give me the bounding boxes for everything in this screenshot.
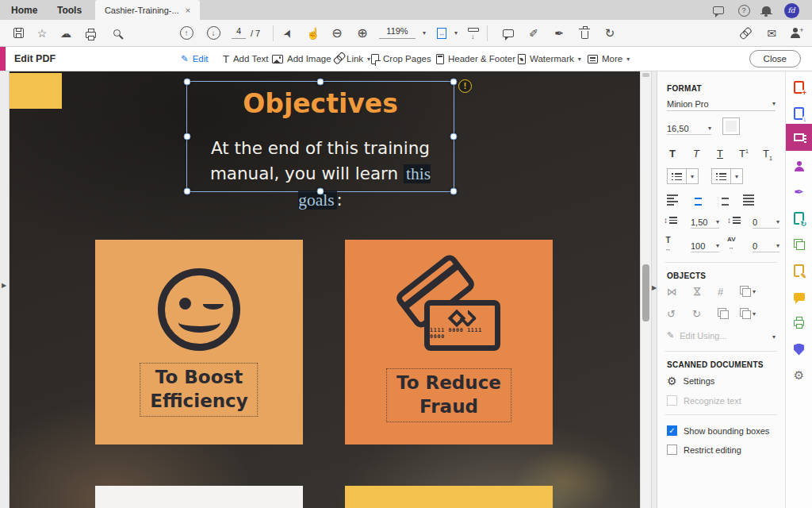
help-icon[interactable]: ?: [736, 2, 752, 18]
page-fit-caret[interactable]: ▾: [447, 25, 465, 42]
more-button[interactable]: More▾: [588, 47, 630, 71]
paragraph-spacing-select[interactable]: 0▾: [753, 216, 779, 229]
resize-handle-s[interactable]: [317, 188, 324, 195]
print-icon[interactable]: [82, 25, 99, 42]
save-icon[interactable]: [10, 25, 27, 42]
card-reduce-fraud[interactable]: 1111 0000 1111 0000 To Reduce Fraud: [345, 240, 553, 444]
show-bounding-boxes-checkbox[interactable]: ✓Show bounding boxes: [667, 425, 769, 436]
font-color-swatch[interactable]: [722, 117, 740, 135]
bold-button[interactable]: T: [664, 148, 681, 160]
fill-and-sign-icon[interactable]: ✒: [791, 184, 807, 200]
notifications-bell-icon[interactable]: [758, 2, 774, 18]
line-spacing-select[interactable]: 1,50▾: [691, 216, 719, 229]
share-link-icon[interactable]: [736, 25, 753, 42]
justify-button[interactable]: [743, 194, 754, 206]
add-text-button[interactable]: TAdd Text: [223, 47, 269, 71]
kerning-select[interactable]: 0▾: [753, 240, 779, 252]
restrict-editing-checkbox[interactable]: Restrict editing: [667, 444, 741, 455]
scan-and-ocr-icon[interactable]: [791, 315, 807, 331]
align-left-button[interactable]: [667, 194, 678, 206]
resize-handle-se[interactable]: [450, 188, 458, 195]
page-number-input[interactable]: 4: [232, 26, 246, 39]
card-boost-efficiency[interactable]: To Boost Efficiency: [95, 240, 303, 444]
underline-button[interactable]: T: [711, 148, 729, 160]
protect-pdf-icon[interactable]: [791, 341, 807, 357]
highlight-icon[interactable]: ✐: [525, 25, 542, 42]
link-button[interactable]: Link▾: [333, 47, 370, 71]
feedback-icon[interactable]: [710, 2, 726, 18]
hand-tool-icon[interactable]: ☝: [304, 25, 322, 42]
align-right-button[interactable]: [718, 194, 729, 206]
card-fraud-label[interactable]: To Reduce Fraud: [386, 368, 511, 422]
edit-tool-button[interactable]: ✎Edit: [181, 47, 208, 71]
tab-document[interactable]: Cashier-Training-... ×: [95, 0, 200, 20]
resize-handle-e[interactable]: [450, 133, 458, 140]
bullet-list-caret[interactable]: ▾: [686, 169, 698, 183]
selected-text-box[interactable]: Objectives At the end of this training m…: [186, 81, 454, 192]
watermark-button[interactable]: Watermark▾: [518, 47, 581, 71]
document-page[interactable]: Objectives At the end of this training m…: [10, 71, 640, 508]
resize-handle-ne[interactable]: [450, 79, 458, 86]
request-esignatures-icon[interactable]: [791, 158, 807, 174]
tab-close-icon[interactable]: ×: [186, 6, 190, 15]
numbered-list-button[interactable]: [712, 169, 730, 183]
scroll-mode-icon[interactable]: [465, 25, 482, 42]
font-size-select[interactable]: 16,50 ▾: [667, 122, 711, 135]
expand-left-panel-icon[interactable]: ▶: [2, 282, 6, 289]
refresh-icon[interactable]: ↻: [601, 25, 619, 42]
card-boost-label[interactable]: To Boost Efficiency: [140, 363, 258, 417]
edit-pdf-tool-icon[interactable]: [791, 129, 807, 145]
zoom-level-input[interactable]: 119%: [379, 26, 416, 39]
scrollbar-thumb[interactable]: [642, 264, 649, 321]
crop-pages-button[interactable]: Crop Pages: [371, 47, 431, 71]
header-footer-button[interactable]: Header & Footer▾: [436, 47, 523, 71]
add-image-button[interactable]: Add Image: [272, 47, 331, 71]
numbered-list-caret[interactable]: ▾: [730, 169, 742, 183]
superscript-button[interactable]: T1: [735, 148, 753, 160]
account-avatar[interactable]: fd: [783, 2, 799, 18]
create-pdf-icon[interactable]: +: [791, 79, 807, 95]
italic-button[interactable]: T: [688, 148, 705, 160]
previous-page-icon[interactable]: ↑: [178, 25, 195, 42]
card-partial-yellow[interactable]: [345, 486, 553, 508]
resize-handle-n[interactable]: [317, 79, 324, 86]
search-icon[interactable]: [108, 25, 125, 42]
tab-tools[interactable]: Tools: [49, 0, 90, 20]
next-page-icon[interactable]: ↓: [205, 25, 222, 42]
zoom-out-icon[interactable]: ⊖: [328, 25, 346, 42]
delete-icon[interactable]: [576, 25, 593, 42]
resize-handle-sw[interactable]: [184, 188, 191, 195]
export-pdf-icon[interactable]: ↓: [791, 106, 807, 121]
bullet-list-button[interactable]: [668, 169, 686, 183]
comment-tool-icon[interactable]: [791, 289, 807, 305]
align-center-button[interactable]: [692, 194, 703, 206]
document-scrollbar[interactable]: [640, 71, 651, 508]
zoom-dropdown-caret[interactable]: ▾: [416, 25, 433, 42]
font-warning-icon[interactable]: !: [458, 79, 472, 93]
star-favorites-icon[interactable]: ☆: [33, 25, 51, 42]
sign-pen-icon[interactable]: ✒: [550, 25, 568, 42]
cloud-upload-icon[interactable]: ☁↑: [57, 25, 75, 42]
tab-home[interactable]: Home: [3, 0, 45, 20]
recognize-text-checkbox[interactable]: Recognize text: [667, 395, 741, 406]
add-user-icon[interactable]: +: [788, 25, 806, 42]
select-tool-icon[interactable]: ➤: [276, 21, 299, 44]
yellow-decoration-block[interactable]: [10, 73, 62, 109]
subscript-button[interactable]: T1: [759, 148, 776, 161]
organize-pages-icon[interactable]: [791, 237, 807, 252]
font-family-select[interactable]: Minion Pro ▾: [667, 97, 776, 111]
slide-body-text[interactable]: At the end of this training manual, you …: [187, 136, 454, 213]
prepare-form-icon[interactable]: ✎: [791, 263, 807, 279]
more-tools-icon[interactable]: ⚙: [791, 368, 807, 383]
resize-handle-w[interactable]: [184, 133, 191, 140]
scrollbar-up-nub[interactable]: [642, 73, 649, 77]
comment-icon[interactable]: [500, 25, 517, 42]
slide-heading[interactable]: Objectives: [187, 88, 454, 119]
email-icon[interactable]: ✉: [763, 25, 780, 42]
resize-handle-nw[interactable]: [184, 79, 191, 86]
compress-pdf-icon[interactable]: ↻: [791, 210, 807, 226]
card-partial-white[interactable]: [95, 486, 303, 508]
zoom-in-icon[interactable]: ⊕: [354, 25, 371, 42]
close-button[interactable]: Close: [749, 50, 801, 67]
horizontal-scale-select[interactable]: 100▾: [691, 240, 719, 252]
